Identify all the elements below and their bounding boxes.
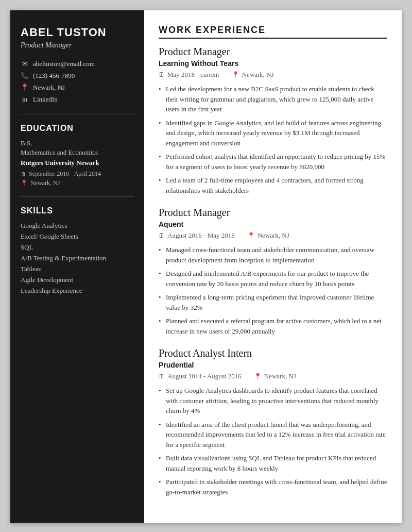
job-location: 📍 Newark, NJ xyxy=(247,231,289,240)
bullet-item: Implemented a long-term pricing experime… xyxy=(159,292,387,312)
bullet-item: Identified an area of the client product… xyxy=(159,420,387,450)
skill-item: SQL xyxy=(21,243,134,252)
bullet-item: Set up Google Analytics dashboards to id… xyxy=(159,386,387,416)
email-item: ✉ abeltuston@email.com xyxy=(21,60,134,68)
linkedin-icon: in xyxy=(21,95,29,104)
linkedin-item[interactable]: in LinkedIn xyxy=(21,95,134,104)
bullet-item: Managed cross-functional team and stakeh… xyxy=(159,245,387,265)
job-dates: 🗓 May 2018 - current xyxy=(159,71,219,79)
skill-item: Google Analytics xyxy=(21,222,134,230)
phone-item: 📞 (123) 456-7890 xyxy=(21,72,134,80)
location-icon: 📍 xyxy=(21,84,29,92)
job-block: Product Manager Learning Without Tears 🗓… xyxy=(159,46,387,195)
linkedin-value: LinkedIn xyxy=(33,95,58,104)
skill-item: Tableau xyxy=(21,265,134,273)
job-company: Prudential xyxy=(159,361,387,369)
job-block: Product Manager Aquent 🗓 August 2016 - M… xyxy=(159,207,387,336)
bullet-item: Planned and executed a referral program … xyxy=(159,316,387,336)
skill-item: Agile Development xyxy=(21,276,134,284)
location-icon: 📍 xyxy=(232,71,239,79)
divider-1 xyxy=(21,114,134,114)
job-location: 📍 Newark, NJ xyxy=(232,71,274,79)
phone-icon: 📞 xyxy=(21,72,29,80)
location-icon: 📍 xyxy=(254,373,262,380)
job-dates: 🗓 August 2014 - August 2016 xyxy=(159,372,242,380)
job-title: Product Manager xyxy=(159,46,387,58)
sidebar: ABEL TUSTON Product Manager ✉ abeltuston… xyxy=(10,10,144,523)
job-company: Aquent xyxy=(159,220,387,228)
email-value: abeltuston@email.com xyxy=(33,60,95,68)
edu-dates: 🗓 September 2010 - April 2014 xyxy=(21,170,134,178)
edu-major: Mathematics and Economics xyxy=(21,148,134,157)
calendar-icon: 🗓 xyxy=(21,171,26,177)
job-meta: 🗓 May 2018 - current 📍 Newark, NJ xyxy=(159,71,387,79)
skills-section-title: SKILLS xyxy=(21,206,134,215)
skills-list: Google AnalyticsExcel/ Google SheetsSQLA… xyxy=(21,222,134,295)
bullet-item: Performed cohort analysis that identifie… xyxy=(159,152,387,172)
work-experience-title: WORK EXPERIENCE xyxy=(159,25,387,39)
education-section-title: EDUCATION xyxy=(21,124,134,133)
job-title: Product Analyst Intern xyxy=(159,347,387,359)
job-meta: 🗓 August 2016 - May 2018 📍 Newark, NJ xyxy=(159,231,387,240)
bullet-item: Led the development for a new B2C SaaS p… xyxy=(159,84,387,114)
location-icon: 📍 xyxy=(247,232,255,240)
job-dates: 🗓 August 2016 - May 2018 xyxy=(159,231,235,240)
edu-degree: B.S. xyxy=(21,139,134,147)
skill-item: Excel/ Google Sheets xyxy=(21,232,134,241)
job-block: Product Analyst Intern Prudential 🗓 Augu… xyxy=(159,347,387,497)
edu-location-icon: 📍 xyxy=(21,180,28,187)
calendar-icon: 🗓 xyxy=(159,232,165,240)
job-bullets: Managed cross-functional team and stakeh… xyxy=(159,245,387,336)
bullet-item: Led a team of 2 full-time employees and … xyxy=(159,175,387,195)
job-bullets: Led the development for a new B2C SaaS p… xyxy=(159,84,387,195)
person-title: Product Manager xyxy=(21,41,134,49)
skill-item: A/B Testing & Experimentation xyxy=(21,254,134,262)
person-name: ABEL TUSTON xyxy=(21,26,134,39)
location-item: 📍 Newark, NJ xyxy=(21,84,134,92)
contact-section: ✉ abeltuston@email.com 📞 (123) 456-7890 … xyxy=(21,60,134,104)
job-bullets: Set up Google Analytics dashboards to id… xyxy=(159,386,387,497)
bullet-item: Designed and implemented A/B experiments… xyxy=(159,269,387,289)
main-content: WORK EXPERIENCE Product Manager Learning… xyxy=(144,10,402,523)
job-meta: 🗓 August 2014 - August 2016 📍 Newark, NJ xyxy=(159,372,387,380)
bullet-item: Identified gaps in Google Analytics, and… xyxy=(159,118,387,148)
edu-location: 📍 Newark, NJ xyxy=(21,179,134,187)
job-title: Product Manager xyxy=(159,207,387,219)
jobs-container: Product Manager Learning Without Tears 🗓… xyxy=(159,46,387,497)
edu-school: Rutgers University Newark xyxy=(21,159,134,167)
job-company: Learning Without Tears xyxy=(159,59,387,68)
bullet-item: Built data visualizations using SQL and … xyxy=(159,453,387,473)
phone-value: (123) 456-7890 xyxy=(33,72,75,80)
job-location: 📍 Newark, NJ xyxy=(254,372,296,380)
divider-2 xyxy=(21,196,134,197)
location-value: Newark, NJ xyxy=(33,84,65,92)
resume-container: ABEL TUSTON Product Manager ✉ abeltuston… xyxy=(10,10,402,523)
calendar-icon: 🗓 xyxy=(159,373,165,380)
calendar-icon: 🗓 xyxy=(159,71,165,79)
email-icon: ✉ xyxy=(21,60,29,68)
bullet-item: Participated in stakeholder meetings wit… xyxy=(159,477,387,497)
skill-item: Leadership Experience xyxy=(21,287,134,295)
